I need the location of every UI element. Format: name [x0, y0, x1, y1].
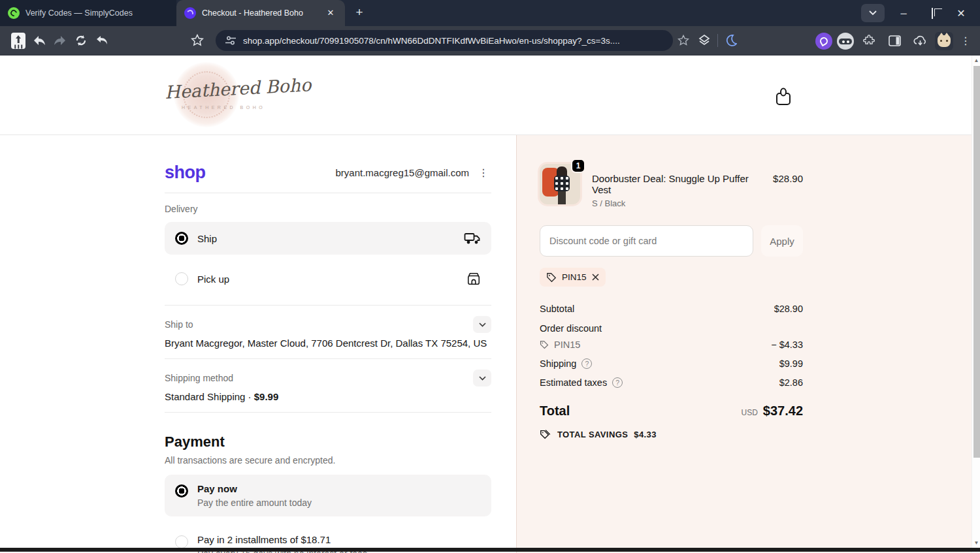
download-button[interactable]: [909, 31, 930, 52]
dark-mode-button[interactable]: [721, 30, 742, 51]
star-icon: [191, 34, 204, 47]
cat-avatar-icon: [938, 35, 951, 47]
delivery-option-ship[interactable]: Ship: [165, 222, 491, 255]
subtotal-value: $28.90: [774, 304, 803, 314]
tab-checkout[interactable]: Checkout - Heathered Boho ✕: [176, 0, 345, 26]
tab-close-icon[interactable]: ✕: [324, 7, 337, 20]
remove-discount-button[interactable]: [592, 274, 599, 281]
total-savings: TOTAL SAVINGS $4.33: [540, 428, 803, 440]
delivery-option-pickup[interactable]: Pick up: [165, 262, 491, 295]
delivery-label: Delivery: [165, 204, 491, 214]
page-scrollbar[interactable]: ▲ ▼: [972, 55, 980, 553]
apply-button[interactable]: Apply: [761, 225, 803, 257]
scroll-up-button[interactable]: ▲: [972, 55, 980, 65]
shopping-bag-icon: [774, 87, 792, 106]
extension-purple-icon[interactable]: [815, 33, 832, 50]
tab-title: Verify Codes — SimplyCodes: [25, 8, 169, 18]
discount-value: − $4.33: [771, 340, 803, 350]
crescent-moon-icon: [725, 35, 737, 46]
store-icon: [466, 272, 481, 286]
savings-label: TOTAL SAVINGS: [557, 430, 628, 439]
divider: [165, 412, 491, 413]
minimize-button[interactable]: ─: [894, 8, 913, 18]
shipping-method-label: Shipping method: [165, 373, 233, 383]
tab-simplycodes[interactable]: Verify Codes — SimplyCodes: [0, 0, 176, 26]
shipping-help-icon[interactable]: ?: [581, 358, 592, 369]
shipping-method-value: Standard Shipping · $9.99: [165, 391, 491, 402]
total-row: Total USD $37.42: [540, 403, 803, 419]
store-name-caption: HEATHERED BOHO: [182, 105, 265, 110]
cart-item: 1 Doorbuster Deal: Snuggle Up Puffer Ves…: [540, 164, 803, 208]
shipping-value: $9.99: [779, 358, 803, 369]
ship-to-expand-button[interactable]: [473, 316, 491, 333]
shipping-method-price: $9.99: [254, 391, 279, 402]
radio-selected-icon: [175, 484, 188, 498]
scroll-down-button[interactable]: ▼: [972, 538, 980, 548]
taxes-help-icon[interactable]: ?: [612, 377, 623, 388]
forward-button[interactable]: [50, 30, 71, 51]
restore-button[interactable]: [923, 8, 942, 18]
chevron-down-icon: [869, 10, 877, 16]
layers-icon: [698, 34, 711, 47]
discount-code-label: PIN15: [554, 340, 580, 350]
applied-discount-chip[interactable]: PIN15: [540, 268, 606, 287]
side-panel-icon: [889, 35, 901, 46]
tab-search-button[interactable]: [861, 4, 885, 22]
payment-option-pay-now[interactable]: Pay now Pay the entire amount today: [165, 475, 491, 516]
subtotal-label: Subtotal: [540, 304, 574, 314]
shipping-method-expand-button[interactable]: [473, 370, 491, 387]
collections-button[interactable]: [694, 30, 715, 51]
browser-menu-button[interactable]: ⋮: [958, 35, 973, 47]
new-tab-button[interactable]: +: [350, 4, 368, 22]
discount-code-row: PIN15 − $4.33: [540, 340, 803, 350]
simplycodes-favicon: [8, 7, 20, 19]
payment-subtitle: All transactions are secure and encrypte…: [165, 455, 491, 466]
close-icon: [592, 274, 599, 281]
option-description: Pay the entire amount today: [197, 498, 312, 508]
store-logo[interactable]: Heathered Boho HEATHERED BOHO: [162, 62, 286, 127]
bookmark-star-button[interactable]: [187, 30, 208, 51]
site-header: Heathered Boho HEATHERED BOHO: [0, 55, 972, 135]
back-arrow-icon: [33, 35, 46, 46]
currency-code: USD: [741, 408, 757, 417]
profile-avatar[interactable]: [935, 32, 953, 50]
shipping-address: Bryant Macgregor, Master Cloud, 7706 Den…: [165, 338, 491, 349]
cart-button[interactable]: [774, 87, 794, 106]
chevron-down-icon: [479, 323, 486, 327]
order-summary-panel: 1 Doorbuster Deal: Snuggle Up Puffer Ves…: [516, 135, 972, 553]
option-label: Pay in 2 installments of $18.71: [197, 534, 367, 545]
subtotal-row: Subtotal $28.90: [540, 304, 803, 314]
ship-to-label: Ship to: [165, 319, 193, 330]
site-permissions-icon: [225, 36, 237, 45]
divider: [165, 305, 491, 306]
restore-icon: [932, 8, 933, 19]
extensions-button[interactable]: [858, 31, 879, 52]
chevron-down-icon: [479, 376, 486, 381]
tab-strip: Verify Codes — SimplyCodes Checkout - He…: [0, 0, 980, 26]
quantity-badge: 1: [571, 159, 585, 173]
total-label: Total: [540, 403, 570, 419]
product-title: Doorbuster Deal: Snuggle Up Puffer Vest: [592, 173, 761, 195]
totals-section: Subtotal $28.90 Order discount PIN15 − $…: [540, 304, 803, 388]
window-close-button[interactable]: ✕: [951, 7, 971, 20]
upload-extension-button[interactable]: [8, 30, 29, 51]
refresh-button[interactable]: [71, 30, 91, 51]
shop-favicon: [184, 7, 196, 19]
shipping-row: Shipping ? $9.99: [540, 358, 803, 369]
product-variant: S / Black: [592, 198, 761, 208]
double-tag-icon: [540, 428, 551, 440]
shipping-label: Shipping: [540, 358, 576, 369]
url-bar[interactable]: shop.app/checkout/70991905078/cn/hWN66Dd…: [216, 30, 673, 51]
undo-button[interactable]: [91, 30, 112, 51]
savings-value: $4.33: [634, 430, 657, 439]
discount-code-input[interactable]: [540, 225, 753, 257]
extension-ninja-icon[interactable]: [837, 33, 854, 50]
cloud-download-icon: [913, 35, 927, 47]
option-label: Pick up: [197, 274, 457, 285]
scrollbar-thumb[interactable]: [973, 66, 980, 458]
product-price: $28.90: [773, 164, 803, 184]
email-menu-button[interactable]: ⋮: [476, 165, 491, 180]
side-panel-button[interactable]: [884, 31, 905, 52]
back-button[interactable]: [29, 30, 50, 51]
bookmark-page-button[interactable]: [673, 30, 694, 51]
